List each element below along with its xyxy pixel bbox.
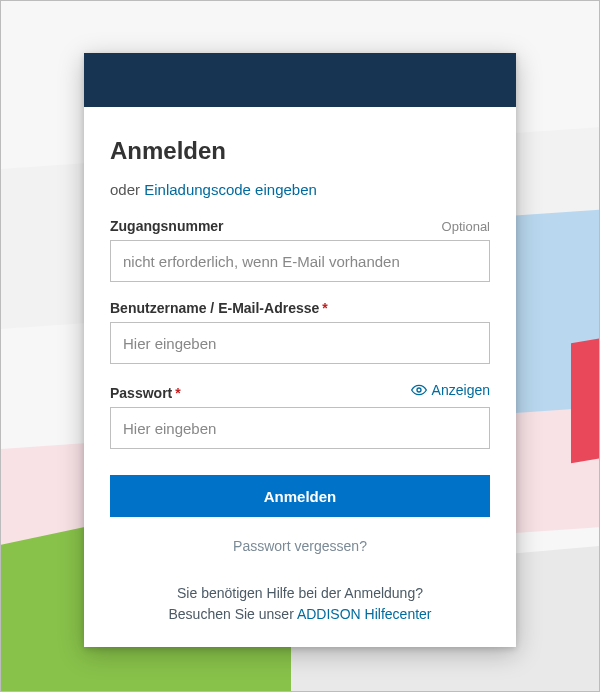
password-input[interactable] xyxy=(110,407,490,449)
card-header-bar xyxy=(84,53,516,107)
help-line1: Sie benötigen Hilfe bei der Anmeldung? xyxy=(110,583,490,604)
access-number-label: Zugangsnummer xyxy=(110,218,224,234)
field-password: Passwort* Anzeigen xyxy=(110,382,490,449)
username-input[interactable] xyxy=(110,322,490,364)
login-card: Anmelden oder Einladungscode eingeben Zu… xyxy=(84,53,516,647)
help-center-link[interactable]: ADDISON Hilfecenter xyxy=(297,606,432,622)
access-number-input[interactable] xyxy=(110,240,490,282)
submit-button[interactable]: Anmelden xyxy=(110,475,490,517)
svg-point-0 xyxy=(417,388,421,392)
help-text: Sie benötigen Hilfe bei der Anmeldung? B… xyxy=(110,583,490,625)
invitation-code-link[interactable]: Einladungscode eingeben xyxy=(144,181,317,198)
subline-prefix: oder xyxy=(110,181,144,198)
field-username: Benutzername / E-Mail-Adresse* xyxy=(110,300,490,364)
forgot-password-link[interactable]: Passwort vergessen? xyxy=(233,538,367,554)
password-label: Passwort* xyxy=(110,385,181,401)
access-number-optional: Optional xyxy=(442,219,490,234)
help-line2: Besuchen Sie unser ADDISON Hilfecenter xyxy=(110,604,490,625)
field-access-number: Zugangsnummer Optional xyxy=(110,218,490,282)
show-password-label: Anzeigen xyxy=(432,382,490,398)
subline: oder Einladungscode eingeben xyxy=(110,181,490,198)
eye-icon xyxy=(411,382,427,398)
show-password-toggle[interactable]: Anzeigen xyxy=(411,382,490,398)
page-title: Anmelden xyxy=(110,137,490,165)
username-label: Benutzername / E-Mail-Adresse* xyxy=(110,300,328,316)
